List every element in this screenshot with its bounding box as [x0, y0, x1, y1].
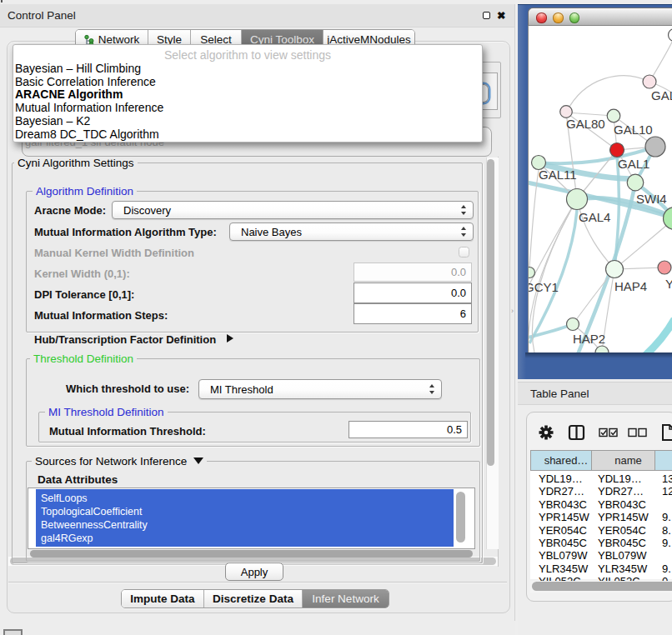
svg-text:GAL7: GAL7: [651, 88, 672, 102]
svg-text:GAL10: GAL10: [614, 122, 653, 137]
svg-text:HAP4: HAP4: [614, 279, 647, 293]
svg-text:GAL4: GAL4: [579, 210, 610, 224]
svg-text:SWI4: SWI4: [636, 192, 667, 206]
svg-text:Y: Y: [665, 277, 672, 291]
svg-text:HAP2: HAP2: [573, 332, 605, 346]
svg-text:GAL1: GAL1: [618, 157, 649, 171]
svg-text:GAL80: GAL80: [566, 117, 605, 131]
svg-text:GCY1: GCY1: [529, 280, 559, 294]
svg-text:GAL11: GAL11: [539, 168, 577, 182]
